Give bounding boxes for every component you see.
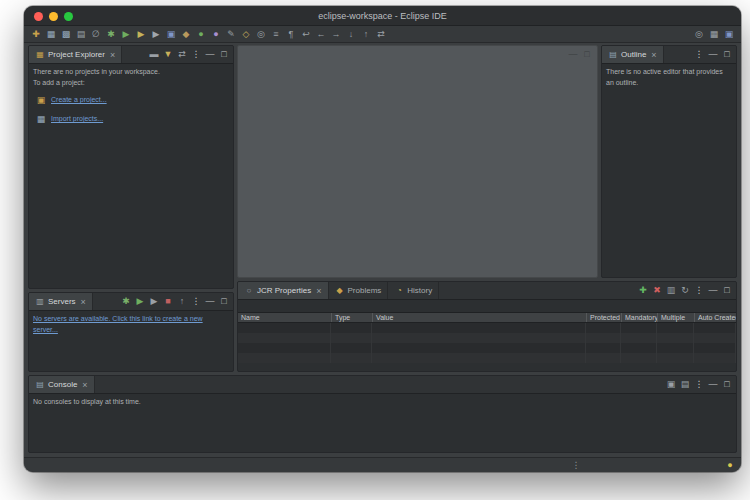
project-explorer-toolbar: ▬▼⇄⋮—□ — [148, 46, 233, 63]
tab-jcr-properties[interactable]: ○JCR Properties× — [238, 282, 329, 299]
create-project-link[interactable]: Create a project... — [51, 95, 107, 106]
pin-console-icon[interactable]: ▤ — [679, 378, 691, 391]
tab-history[interactable]: ◔History — [388, 282, 439, 299]
print-icon[interactable]: ▤ — [75, 28, 87, 41]
close-tab-icon[interactable]: × — [651, 50, 656, 60]
new-interface-icon[interactable]: ● — [210, 28, 222, 41]
bottom-tab-bar: ○JCR Properties×◆Problems◔History — [238, 282, 439, 299]
column-header-name[interactable]: Name — [238, 313, 331, 322]
run-icon[interactable]: ▶ — [120, 28, 132, 41]
remove-property-icon[interactable]: ✖ — [651, 284, 663, 297]
new-task-icon[interactable]: ✎ — [225, 28, 237, 41]
external-tools-icon[interactable]: ▶ — [150, 28, 162, 41]
minimize-icon[interactable]: — — [567, 48, 579, 61]
search-icon[interactable]: ◎ — [693, 28, 705, 41]
java-perspective-icon[interactable]: ▣ — [723, 28, 735, 41]
create-project-row: ▣ Create a project... — [33, 94, 229, 107]
minimize-icon[interactable]: — — [204, 48, 216, 61]
mark-occurrences-icon[interactable]: ¶ — [285, 28, 297, 41]
maximize-icon[interactable]: □ — [218, 48, 230, 61]
breadcrumb-icon[interactable]: ≡ — [270, 28, 282, 41]
view-menu-icon[interactable]: ⋮ — [190, 48, 202, 61]
history-icon: ◔ — [394, 284, 404, 297]
table-cell — [657, 323, 694, 333]
collapse-all-icon[interactable]: ▬ — [148, 48, 160, 61]
add-property-icon[interactable]: ✚ — [637, 284, 649, 297]
save-all-icon[interactable]: ▩ — [60, 28, 72, 41]
maximize-icon[interactable]: □ — [721, 378, 733, 391]
table-row — [238, 323, 736, 333]
new-class-icon[interactable]: ● — [195, 28, 207, 41]
open-type-icon[interactable]: ◇ — [240, 28, 252, 41]
view-menu-icon[interactable]: ⋮ — [190, 295, 202, 308]
new-wizard-icon[interactable]: ✚ — [30, 28, 42, 41]
last-edit-location-icon[interactable]: ↩ — [300, 28, 312, 41]
view-menu-icon[interactable]: ⋮ — [693, 378, 705, 391]
column-header-mandatory[interactable]: Mandatory — [621, 313, 657, 322]
search-toolbar-icon[interactable]: ◎ — [255, 28, 267, 41]
close-tab-icon[interactable]: × — [82, 380, 87, 390]
servers-header: ▥ Servers × ✱▶▶■↑⋮—□ — [29, 293, 233, 311]
close-tab-icon[interactable]: × — [81, 297, 86, 307]
new-package-icon[interactable]: ◆ — [180, 28, 192, 41]
project-explorer-content: There are no projects in your workspace.… — [29, 64, 233, 129]
view-menu-icon[interactable]: ⋮ — [693, 284, 705, 297]
column-header-multiple[interactable]: Multiple — [657, 313, 694, 322]
refresh-icon[interactable]: ↻ — [679, 284, 691, 297]
close-tab-icon[interactable]: × — [110, 50, 115, 60]
import-projects-link[interactable]: Import projects... — [51, 114, 103, 125]
tab-problems[interactable]: ◆Problems — [329, 282, 389, 299]
minimize-icon[interactable]: — — [707, 48, 719, 61]
column-header-value[interactable]: Value — [372, 313, 586, 322]
servers-toolbar: ✱▶▶■↑⋮—□ — [120, 293, 233, 310]
tab-project-explorer[interactable]: ▦ Project Explorer × — [29, 46, 122, 63]
close-tab-icon[interactable]: × — [316, 286, 321, 296]
stop-server-icon[interactable]: ■ — [162, 295, 174, 308]
debug-server-icon[interactable]: ✱ — [120, 295, 132, 308]
tab-console[interactable]: ▤ Console × — [29, 376, 95, 393]
tab-label: History — [407, 286, 432, 295]
jcr-properties-toolbar: ✚✖▥↻⋮—□ — [637, 282, 736, 299]
create-server-link[interactable]: No servers are available. Click this lin… — [33, 315, 203, 333]
minimize-icon[interactable]: — — [204, 295, 216, 308]
open-console-icon[interactable]: ▣ — [665, 378, 677, 391]
table-cell — [621, 343, 657, 353]
debug-icon[interactable]: ✱ — [105, 28, 117, 41]
back-icon[interactable]: ← — [315, 28, 327, 41]
publish-server-icon[interactable]: ↑ — [176, 295, 188, 308]
minimize-window-button[interactable] — [49, 12, 58, 21]
link-with-editor-icon[interactable]: ⇄ — [176, 48, 188, 61]
save-icon[interactable]: ▦ — [45, 28, 57, 41]
maximize-icon[interactable]: □ — [721, 48, 733, 61]
column-header-auto-created[interactable]: Auto Created — [694, 313, 736, 322]
notifications-icon[interactable]: ● — [724, 459, 736, 472]
open-perspective-icon[interactable]: ▦ — [708, 28, 720, 41]
next-annotation-icon[interactable]: ↓ — [345, 28, 357, 41]
maximize-icon[interactable]: □ — [581, 48, 593, 61]
profile-server-icon[interactable]: ▶ — [148, 295, 160, 308]
filter-icon[interactable]: ▼ — [162, 48, 174, 61]
minimize-icon[interactable]: — — [707, 378, 719, 391]
view-menu-icon[interactable]: ⋮ — [693, 48, 705, 61]
column-header-type[interactable]: Type — [331, 313, 372, 322]
maximize-icon[interactable]: □ — [218, 295, 230, 308]
tab-outline[interactable]: ▤ Outline × — [602, 46, 664, 63]
column-header-protected[interactable]: Protected — [586, 313, 621, 322]
zoom-window-button[interactable] — [64, 12, 73, 21]
minimize-icon[interactable]: — — [707, 284, 719, 297]
maximize-icon[interactable]: □ — [721, 284, 733, 297]
show-protected-icon[interactable]: ▥ — [665, 284, 677, 297]
table-cell — [586, 353, 621, 363]
previous-annotation-icon[interactable]: ↑ — [360, 28, 372, 41]
table-cell — [586, 333, 621, 343]
project-explorer-header: ▦ Project Explorer × ▬▼⇄⋮—□ — [29, 46, 233, 64]
forward-icon[interactable]: → — [330, 28, 342, 41]
skip-breakpoints-icon[interactable]: ∅ — [90, 28, 102, 41]
close-window-button[interactable] — [34, 12, 43, 21]
coverage-icon[interactable]: ▶ — [135, 28, 147, 41]
link-with-editor-icon[interactable]: ⇄ — [375, 28, 387, 41]
add-project-message: To add a project: — [33, 78, 229, 89]
tab-servers[interactable]: ▥ Servers × — [29, 293, 93, 310]
new-java-project-icon[interactable]: ▣ — [165, 28, 177, 41]
start-server-icon[interactable]: ▶ — [134, 295, 146, 308]
